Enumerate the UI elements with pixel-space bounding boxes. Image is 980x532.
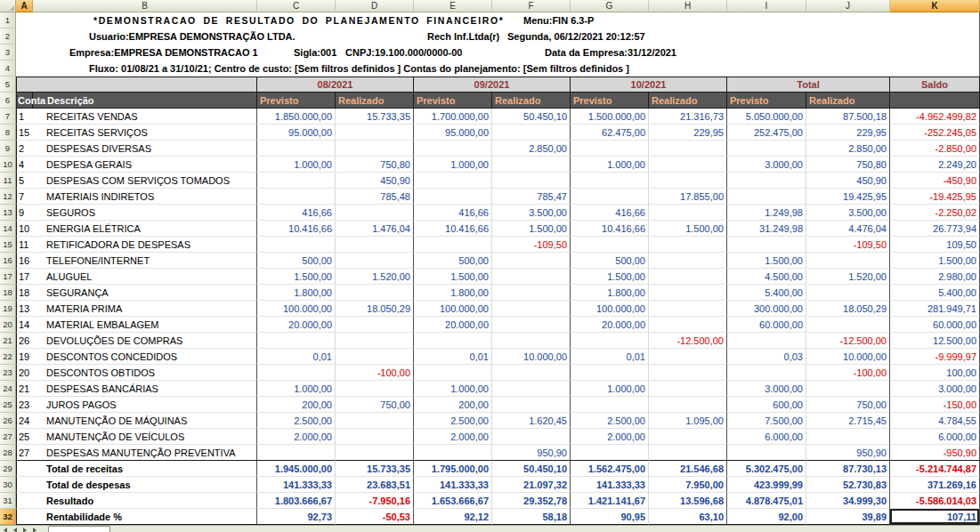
cell-i10[interactable]: 3.000,00 xyxy=(727,157,806,173)
cell-b17[interactable]: ALUGUEL xyxy=(33,269,257,285)
subheader-realizado-cell[interactable]: Realizado xyxy=(806,93,890,109)
cell-c22[interactable]: 0,01 xyxy=(257,349,336,365)
column-header-h[interactable]: H xyxy=(649,0,727,12)
cell-k32[interactable]: 107,11 xyxy=(890,509,980,525)
row-header-4[interactable]: 4 xyxy=(0,60,16,77)
cell-b13[interactable]: SEGUROS xyxy=(33,205,257,221)
cell-g13[interactable]: 416,66 xyxy=(571,205,649,221)
cell-f23[interactable] xyxy=(492,365,571,381)
cell-h8[interactable]: 229,95 xyxy=(649,125,727,141)
cell-d15[interactable] xyxy=(336,237,414,253)
cell-g14[interactable]: 10.416,66 xyxy=(571,221,649,237)
cell-d24[interactable] xyxy=(336,381,414,397)
cell-b21[interactable]: DEVOLUÇÕES DE COMPRAS xyxy=(33,333,257,349)
cell-i24[interactable]: 3.000,00 xyxy=(727,381,806,397)
group-header-saldo[interactable]: Saldo xyxy=(890,77,980,93)
cell-c14[interactable]: 10.416,66 xyxy=(257,221,336,237)
subheader-previsto-cell[interactable]: Previsto xyxy=(414,93,492,109)
sheet-tab[interactable] xyxy=(48,526,110,532)
cell-f24[interactable] xyxy=(492,381,571,397)
cell-b22[interactable]: DESCONTOS CONCEDIDOS xyxy=(33,349,257,365)
cell-b12[interactable]: MATERIAIS INDIRETOS xyxy=(33,189,257,205)
cell-j31[interactable]: 34.999,30 xyxy=(806,493,890,509)
cell-i11[interactable] xyxy=(727,173,806,189)
cell-e23[interactable] xyxy=(414,365,492,381)
cell-c21[interactable] xyxy=(257,333,336,349)
cell-b26[interactable]: MANUTENÇÃO DE MÁQUINAS xyxy=(33,413,257,429)
cell-g11[interactable] xyxy=(571,173,649,189)
select-all-corner[interactable] xyxy=(0,0,16,12)
cell-g23[interactable] xyxy=(571,365,649,381)
cell-e13[interactable]: 416,66 xyxy=(414,205,492,221)
cell-b8[interactable]: RECEITAS SERVIÇOS xyxy=(33,125,257,141)
cell-k29[interactable]: -5.214.744,87 xyxy=(890,461,980,477)
cell-e18[interactable]: 1.800,00 xyxy=(414,285,492,301)
cell-h17[interactable] xyxy=(649,269,727,285)
cell-d19[interactable]: 18.050,29 xyxy=(336,301,414,317)
subheader-descricao-cell[interactable]: Descrição xyxy=(33,93,257,109)
cell-c11[interactable] xyxy=(257,173,336,189)
tab-nav-next-icon[interactable] xyxy=(23,528,27,532)
cell-d27[interactable] xyxy=(336,429,414,445)
cell-d23[interactable]: -100,00 xyxy=(336,365,414,381)
cell-f7[interactable]: 50.450,10 xyxy=(492,109,571,125)
cell-e26[interactable]: 2.500,00 xyxy=(414,413,492,429)
cell-j20[interactable] xyxy=(806,317,890,333)
group-header-month-3[interactable]: 10/2021 xyxy=(571,77,727,93)
cell-i28[interactable] xyxy=(727,445,806,461)
cell-i29[interactable]: 5.302.475,00 xyxy=(727,461,806,477)
cell-i19[interactable]: 300.000,00 xyxy=(727,301,806,317)
cell-i31[interactable]: 4.878.475,01 xyxy=(727,493,806,509)
cell-i26[interactable]: 7.500,00 xyxy=(727,413,806,429)
row-header-10[interactable]: 10 xyxy=(0,157,16,173)
cell-h29[interactable]: 21.546,68 xyxy=(649,461,727,477)
cell-f26[interactable]: 1.620,45 xyxy=(492,413,571,429)
row-header-19[interactable]: 19 xyxy=(0,301,16,317)
cell-b10[interactable]: DESPESA GERAIS xyxy=(33,157,257,173)
cell-a15[interactable]: 11 xyxy=(16,237,33,253)
cell-i16[interactable]: 1.500,00 xyxy=(727,253,806,269)
cell-g20[interactable]: 20.000,00 xyxy=(571,317,649,333)
cell-c20[interactable]: 20.000,00 xyxy=(257,317,336,333)
cell-a11[interactable]: 5 xyxy=(16,173,33,189)
column-header-c[interactable]: C xyxy=(257,0,336,12)
cell-h7[interactable]: 21.316,73 xyxy=(649,109,727,125)
cell-e11[interactable] xyxy=(414,173,492,189)
cell-c19[interactable]: 100.000,00 xyxy=(257,301,336,317)
cell-a19[interactable]: 13 xyxy=(16,301,33,317)
cell-a10[interactable]: 4 xyxy=(16,157,33,173)
cell-g18[interactable]: 1.800,00 xyxy=(571,285,649,301)
cell-a27[interactable]: 25 xyxy=(16,429,33,445)
subheader-realizado-cell[interactable]: Realizado xyxy=(492,93,571,109)
cell-a29[interactable] xyxy=(16,461,33,477)
cell-h26[interactable]: 1.095,00 xyxy=(649,413,727,429)
subheader-previsto-cell[interactable]: Previsto xyxy=(571,93,649,109)
cell-a31[interactable] xyxy=(16,493,33,509)
cell-e9[interactable] xyxy=(414,141,492,157)
cell-g29[interactable]: 1.562.475,00 xyxy=(571,461,649,477)
cell-d28[interactable] xyxy=(336,445,414,461)
cell-c31[interactable]: 1.803.666,67 xyxy=(257,493,336,509)
cell-e28[interactable] xyxy=(414,445,492,461)
cell-h27[interactable] xyxy=(649,429,727,445)
cell-a9[interactable]: 2 xyxy=(16,141,33,157)
cell-g8[interactable]: 62.475,00 xyxy=(571,125,649,141)
cell-e25[interactable]: 200,00 xyxy=(414,397,492,413)
cell-b27[interactable]: MANUTENÇÃO DE VEÍCULOS xyxy=(33,429,257,445)
cell-i7[interactable]: 5.050.000,00 xyxy=(727,109,806,125)
cell-h20[interactable] xyxy=(649,317,727,333)
cell-a18[interactable]: 18 xyxy=(16,285,33,301)
cell-k25[interactable]: -150,00 xyxy=(890,397,980,413)
cell-c30[interactable]: 141.333,33 xyxy=(257,477,336,493)
cell-j27[interactable] xyxy=(806,429,890,445)
cell-h25[interactable] xyxy=(649,397,727,413)
cell-i27[interactable]: 6.000,00 xyxy=(727,429,806,445)
cell-g21[interactable] xyxy=(571,333,649,349)
cell-a17[interactable]: 17 xyxy=(16,269,33,285)
cell-i9[interactable] xyxy=(727,141,806,157)
cell-h12[interactable]: 17.855,00 xyxy=(649,189,727,205)
cell-c16[interactable]: 500,00 xyxy=(257,253,336,269)
row-header-25[interactable]: 25 xyxy=(0,397,16,413)
cell-g27[interactable]: 2.000,00 xyxy=(571,429,649,445)
cell-e17[interactable]: 1.500,00 xyxy=(414,269,492,285)
